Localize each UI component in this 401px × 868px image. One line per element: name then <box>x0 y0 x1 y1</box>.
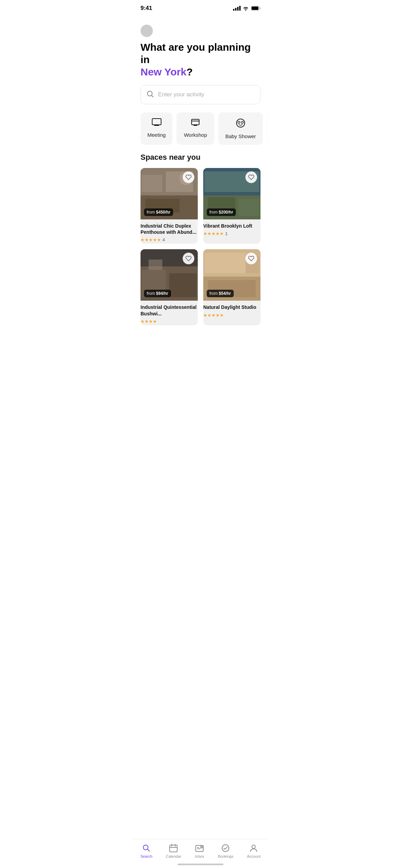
status-time: 9:41 <box>141 5 152 12</box>
space-card-4[interactable]: from $54/hr Natural Daylight Studio ★★★★… <box>203 249 260 325</box>
svg-rect-33 <box>169 273 197 297</box>
categories-scroll: Meeting Workshop Baby Shower <box>134 112 267 153</box>
meeting-icon <box>151 118 162 129</box>
header-city: New York <box>141 66 186 77</box>
header-question-mark: ? <box>186 66 193 77</box>
space-info-3: Industrial Quintessential Bushwi... ★★★★ <box>141 301 198 325</box>
svg-point-13 <box>241 121 243 123</box>
svg-rect-38 <box>205 253 246 273</box>
spaces-grid: from $450/hr Industrial Chic Duplex Pent… <box>141 168 260 325</box>
heart-button-2[interactable] <box>245 171 257 183</box>
price-tag-2: from $200/hr <box>207 208 236 216</box>
svg-rect-4 <box>152 119 161 125</box>
workshop-label: Workshop <box>184 132 207 138</box>
workshop-icon <box>190 118 200 129</box>
space-rating-2: ★★★★★ 1 <box>203 231 260 236</box>
svg-rect-7 <box>192 119 199 125</box>
svg-rect-28 <box>239 199 259 216</box>
stars-3: ★★★★ <box>141 319 157 324</box>
svg-point-12 <box>238 121 240 123</box>
space-image-4: from $54/hr <box>203 249 260 301</box>
header: What are you planning in New York? <box>134 14 267 85</box>
header-title-text: What are you planning in <box>141 41 251 65</box>
price-tag-3: from $94/hr <box>144 290 171 297</box>
space-name-4: Natural Daylight Studio <box>203 304 260 310</box>
baby-shower-label: Baby Shower <box>225 133 256 139</box>
space-image-3: from $94/hr <box>141 249 198 301</box>
space-card-1[interactable]: from $450/hr Industrial Chic Duplex Pent… <box>141 168 198 244</box>
stars-4: ★★★★★ <box>203 313 224 318</box>
signal-icon <box>233 6 241 11</box>
baby-shower-icon <box>235 118 246 130</box>
stars-2: ★★★★★ <box>203 231 224 236</box>
space-info-2: Vibrant Brooklyn Loft ★★★★★ 1 <box>203 219 260 238</box>
spaces-title: Spaces near you <box>141 153 260 162</box>
spaces-section: Spaces near you from $450/hr <box>134 153 267 325</box>
space-rating-4: ★★★★★ <box>203 313 260 318</box>
category-item-baby-shower[interactable]: Baby Shower <box>218 112 263 145</box>
svg-rect-19 <box>142 175 162 192</box>
stars-1: ★★★★★ <box>141 237 161 242</box>
space-info-4: Natural Daylight Studio ★★★★★ <box>203 301 260 319</box>
rating-count-2: 1 <box>225 231 228 236</box>
search-placeholder: Enter your activity <box>158 91 204 98</box>
svg-line-3 <box>152 96 154 97</box>
space-image-1: from $450/hr <box>141 168 198 219</box>
category-item-workshop[interactable]: Workshop <box>177 112 214 145</box>
meeting-label: Meeting <box>147 132 166 138</box>
category-item-more[interactable]: More <box>267 112 267 145</box>
space-rating-1: ★★★★★ 4 <box>141 237 198 242</box>
search-icon <box>146 90 154 99</box>
heart-button-1[interactable] <box>183 171 194 183</box>
rating-count-1: 4 <box>162 237 165 242</box>
space-rating-3: ★★★★ <box>141 319 198 324</box>
space-image-2: from $200/hr <box>203 168 260 219</box>
wifi-icon <box>243 6 249 11</box>
category-item-meeting[interactable]: Meeting <box>141 112 172 145</box>
search-bar[interactable]: Enter your activity <box>141 85 260 104</box>
price-tag-1: from $450/hr <box>144 208 173 216</box>
space-name-3: Industrial Quintessential Bushwi... <box>141 304 198 316</box>
space-info-1: Industrial Chic Duplex Penthouse with Ab… <box>141 219 198 244</box>
space-name-1: Industrial Chic Duplex Penthouse with Ab… <box>141 223 198 235</box>
price-tag-4: from $54/hr <box>207 290 234 297</box>
status-bar: 9:41 <box>134 0 267 14</box>
header-title: What are you planning in New York? <box>141 41 260 78</box>
status-icons <box>233 6 260 11</box>
space-card-3[interactable]: from $94/hr Industrial Quintessential Bu… <box>141 249 198 325</box>
svg-point-11 <box>236 119 245 127</box>
svg-rect-34 <box>149 260 162 270</box>
svg-rect-1 <box>252 7 258 10</box>
space-card-2[interactable]: from $200/hr Vibrant Brooklyn Loft ★★★★★… <box>203 168 260 244</box>
battery-icon <box>251 6 260 11</box>
avatar <box>141 25 153 37</box>
space-name-2: Vibrant Brooklyn Loft <box>203 223 260 229</box>
